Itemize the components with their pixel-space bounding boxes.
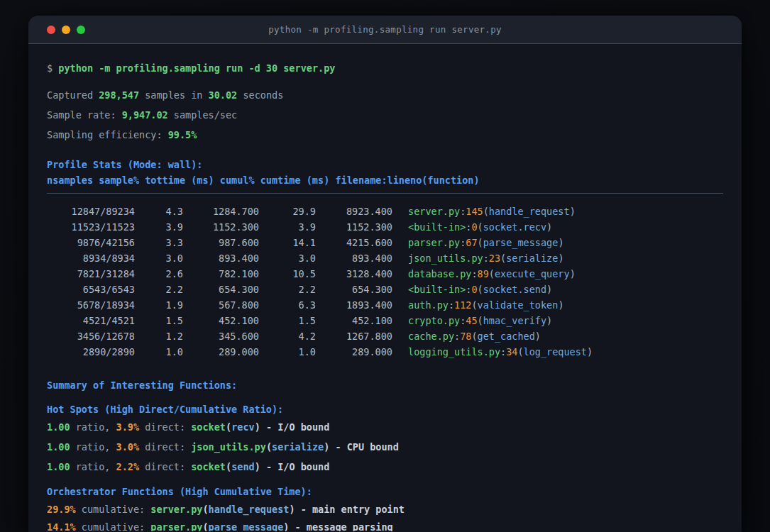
- sample-pct-cell: 1.9: [135, 297, 183, 313]
- module-name: socket: [191, 419, 226, 435]
- function-name: parse_message: [483, 237, 559, 248]
- nsamples-cell: 4521/4521: [47, 313, 135, 328]
- function-name: parse_message: [209, 519, 284, 531]
- location-cell: parser.py:67(parse_message): [408, 235, 564, 250]
- bound-note: - I/O bound: [260, 419, 330, 435]
- nsamples-cell: 7821/31284: [47, 266, 135, 282]
- stats-row: 4521/45211.5452.1001.5452.100crypto.py:4…: [47, 313, 723, 328]
- sample-pct-cell: 3.3: [135, 235, 183, 250]
- filename: auth.py: [408, 299, 449, 311]
- lineno: 112: [454, 299, 471, 311]
- ratio-value: 1.00: [47, 459, 70, 475]
- sample-pct-cell: 2.6: [135, 266, 183, 282]
- function-name: socket.send: [483, 284, 546, 295]
- efficiency-label: Sampling efficiency:: [47, 127, 168, 143]
- cumulative-pct: 14.1%: [47, 519, 76, 531]
- cumulative-pct: 29.9%: [47, 501, 76, 517]
- terminal-window: python -m profiling.sampling run server.…: [28, 16, 742, 532]
- ratio-value: 1.00: [47, 419, 70, 435]
- nsamples-cell: 11523/11523: [47, 219, 135, 235]
- cumul-pct-cell: 2.2: [259, 282, 316, 297]
- filename: cache.py: [408, 331, 454, 342]
- summary-heading: Summary of Interesting Functions:: [47, 377, 723, 393]
- table-divider: [47, 193, 723, 194]
- function-name: hmac_verify: [483, 315, 546, 326]
- nsamples-cell: 6543/6543: [47, 282, 135, 297]
- tottime-cell: 452.100: [183, 313, 259, 328]
- efficiency-line: Sampling efficiency: 99.5%: [47, 127, 723, 143]
- location-cell: logging_utils.py:34(log_request): [408, 344, 593, 360]
- captured-label-2: samples in: [139, 87, 209, 103]
- function-name: socket.recv: [483, 221, 546, 233]
- tottime-cell: 1284.700: [183, 204, 259, 219]
- captured-line: Captured 298,547 samples in 30.02 second…: [47, 87, 723, 103]
- sample-pct-cell: 3.9: [135, 219, 183, 235]
- module-name: parser.py: [150, 519, 202, 531]
- sample-pct-cell: 4.3: [135, 204, 183, 219]
- stats-row: 2890/28901.0289.0001.0289.000logging_uti…: [47, 344, 723, 360]
- cumtime-cell: 1267.800: [316, 328, 392, 344]
- lineno: 34: [506, 346, 517, 358]
- hot-spot-item: 1.00 ratio, 3.0% direct: json_utils.py(s…: [47, 439, 723, 455]
- cumtime-cell: 289.000: [316, 344, 392, 360]
- command-text: python -m profiling.sampling run -d 30 s…: [58, 60, 335, 76]
- function-name: execute_query: [495, 268, 570, 279]
- cumul-pct-cell: 3.9: [259, 219, 316, 235]
- captured-label: Captured: [47, 87, 99, 103]
- function-name: log_request: [524, 346, 587, 358]
- location-cell: <built-in>:0(socket.recv): [408, 219, 552, 235]
- filename: crypto.py: [408, 315, 460, 326]
- cumul-pct-cell: 6.3: [259, 297, 316, 313]
- prompt-symbol: $: [47, 60, 58, 76]
- orchestrator-item: 29.9% cumulative: server.py(handle_reque…: [47, 501, 723, 517]
- tottime-cell: 893.400: [183, 250, 259, 266]
- nsamples-cell: 8934/8934: [47, 250, 135, 266]
- direct-pct: 3.0%: [116, 439, 140, 455]
- tottime-cell: 987.600: [183, 235, 259, 250]
- lineno: 0: [471, 284, 477, 295]
- lineno: 23: [489, 253, 500, 264]
- stats-row: 6543/65432.2654.3002.2654.300<built-in>:…: [47, 282, 723, 297]
- terminal-screen[interactable]: $ python -m profiling.sampling run -d 30…: [28, 44, 742, 531]
- filename: <built-in>: [408, 221, 466, 233]
- location-cell: json_utils.py:23(serialize): [408, 250, 564, 266]
- module-name: socket: [191, 459, 226, 475]
- cumtime-cell: 4215.600: [316, 235, 392, 250]
- filename: server.py: [408, 206, 460, 217]
- location-cell: server.py:145(handle_request): [408, 204, 576, 219]
- efficiency-value: 99.5%: [168, 127, 197, 143]
- hot-spots-heading: Hot Spots (High Direct/Cumulative Ratio)…: [47, 401, 723, 417]
- cumul-pct-cell: 14.1: [259, 235, 316, 250]
- orchestrator-item: 14.1% cumulative: parser.py(parse_messag…: [47, 519, 723, 531]
- location-cell: <built-in>:0(socket.send): [408, 282, 552, 297]
- nsamples-cell: 12847/89234: [47, 204, 135, 219]
- captured-label-3: seconds: [237, 87, 283, 103]
- module-name: json_utils.py: [191, 439, 266, 455]
- nsamples-cell: 9876/42156: [47, 235, 135, 250]
- function-name: validate_token: [478, 299, 559, 311]
- lineno: 78: [460, 331, 471, 342]
- command-line: $ python -m profiling.sampling run -d 30…: [47, 60, 723, 76]
- stats-row: 5678/189341.9567.8006.31893.400auth.py:1…: [47, 297, 723, 313]
- orchestrator-heading: Orchestrator Functions (High Cumulative …: [47, 484, 723, 499]
- orchestrator-note: - message parsing: [289, 519, 392, 531]
- sample-pct-cell: 1.0: [135, 344, 183, 360]
- stats-row: 8934/89343.0893.4003.0893.400json_utils.…: [47, 250, 723, 266]
- sample-pct-cell: 2.2: [135, 282, 183, 297]
- ratio-value: 1.00: [47, 439, 70, 455]
- tottime-cell: 345.600: [183, 328, 259, 344]
- cumul-pct-cell: 3.0: [259, 250, 316, 266]
- cumtime-cell: 8923.400: [316, 204, 392, 219]
- titlebar[interactable]: python -m profiling.sampling run server.…: [28, 16, 742, 44]
- tottime-cell: 289.000: [183, 344, 259, 360]
- rate-label: Sample rate:: [47, 107, 122, 123]
- sample-rate-line: Sample rate: 9,947.02 samples/sec: [47, 107, 723, 123]
- filename: <built-in>: [408, 284, 466, 295]
- cumul-pct-cell: 29.9: [259, 204, 316, 219]
- hot-spot-item: 1.00 ratio, 3.9% direct: socket(recv) - …: [47, 419, 723, 435]
- cumtime-cell: 1152.300: [316, 219, 392, 235]
- tottime-cell: 654.300: [183, 282, 259, 297]
- location-cell: auth.py:112(validate_token): [408, 297, 564, 313]
- tottime-cell: 782.100: [183, 266, 259, 282]
- lineno: 89: [478, 268, 489, 279]
